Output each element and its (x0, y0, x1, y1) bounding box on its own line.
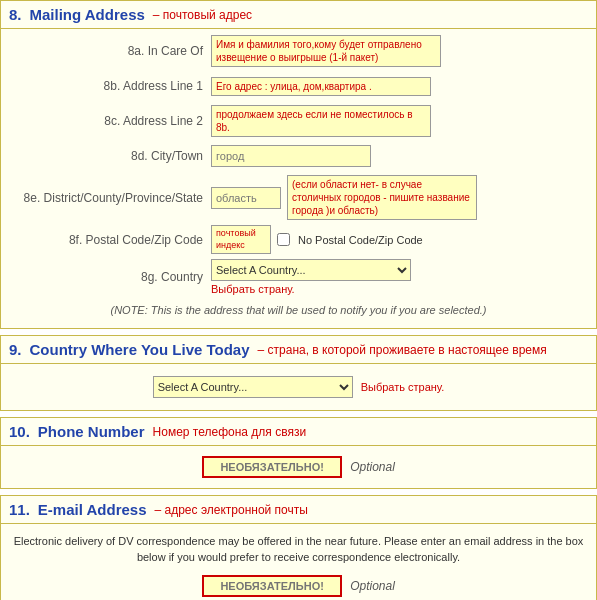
phone-optional-label: Optional (350, 460, 395, 474)
label-in-care-of: 8a. In Care Of (11, 44, 211, 58)
section-10-title: Phone Number (38, 423, 145, 440)
section-9-country-row: Select A Country... Выбрать страну. (11, 372, 586, 402)
section-9-subtitle: – страна, в которой проживаете в настоящ… (258, 343, 547, 357)
hint-address-line1: Его адрес : улица, дом,квартира . (211, 77, 431, 96)
label-address-line1: 8b. Address Line 1 (11, 79, 211, 93)
choose-country-9-label: Выбрать страну. (361, 381, 445, 393)
section-11-body: Electronic delivery of DV correspondence… (1, 524, 596, 600)
select-country[interactable]: Select A Country... (211, 259, 411, 281)
email-optional-label: Optional (350, 579, 395, 593)
content-address-line1: Его адрес : улица, дом,квартира . (211, 77, 586, 96)
row-in-care-of: 8a. In Care Of Имя и фамилия того,кому б… (11, 35, 586, 67)
section-8: 8. Mailing Address – почтовый адрес 8a. … (0, 0, 597, 329)
section-9-body: Select A Country... Выбрать страну. (1, 364, 596, 410)
hint-in-care-of: Имя и фамилия того,кому будет отправлено… (211, 35, 441, 67)
label-country: 8g. Country (11, 270, 211, 284)
section-10-input-row: Optional (11, 452, 586, 482)
row-country: 8g. Country Select A Country... Выбрать … (11, 259, 586, 295)
section-10-header: 10. Phone Number Номер телефона для связ… (1, 418, 596, 446)
content-postal-code: почтовый индекс No Postal Code/Zip Code (211, 225, 586, 254)
content-city-town (211, 145, 586, 167)
section-11-title: E-mail Address (38, 501, 147, 518)
choose-country-label: Выбрать страну. (211, 283, 411, 295)
row-postal-code: 8f. Postal Code/Zip Code почтовый индекс… (11, 225, 586, 254)
section-8-note: (NOTE: This is the address that will be … (11, 300, 586, 322)
section-10-body: Optional (1, 446, 596, 488)
section-9-header: 9. Country Where You Live Today – страна… (1, 336, 596, 364)
section-11-header: 11. E-mail Address – адрес электронной п… (1, 496, 596, 524)
content-district: (если области нет- в случае столичных го… (211, 175, 586, 220)
section-11-input-row: Optional (11, 571, 586, 600)
content-in-care-of: Имя и фамилия того,кому будет отправлено… (211, 35, 586, 67)
row-district: 8e. District/County/Province/State (если… (11, 175, 586, 220)
section-9-title: Country Where You Live Today (30, 341, 250, 358)
label-district: 8e. District/County/Province/State (11, 191, 211, 205)
hint-postal: почтовый индекс (211, 225, 271, 254)
email-input[interactable] (202, 575, 342, 597)
section-8-number: 8. (9, 6, 22, 23)
section-10-number: 10. (9, 423, 30, 440)
section-8-subtitle: – почтовый адрес (153, 8, 252, 22)
input-district[interactable] (211, 187, 281, 209)
section-11-number: 11. (9, 501, 30, 518)
section-10-subtitle: Номер телефона для связи (153, 425, 307, 439)
email-note: Electronic delivery of DV correspondence… (11, 530, 586, 571)
content-address-line2: продолжаем здесь если не поместилось в 8… (211, 105, 586, 137)
section-8-body: 8a. In Care Of Имя и фамилия того,кому б… (1, 29, 596, 328)
section-8-header: 8. Mailing Address – почтовый адрес (1, 1, 596, 29)
section-11: 11. E-mail Address – адрес электронной п… (0, 495, 597, 600)
row-address-line1: 8b. Address Line 1 Его адрес : улица, до… (11, 72, 586, 100)
row-address-line2: 8c. Address Line 2 продолжаем здесь если… (11, 105, 586, 137)
phone-input[interactable] (202, 456, 342, 478)
content-country: Select A Country... Выбрать страну. (211, 259, 586, 295)
label-city-town: 8d. City/Town (11, 149, 211, 163)
label-postal-code: 8f. Postal Code/Zip Code (11, 233, 211, 247)
hint-address-line2: продолжаем здесь если не поместилось в 8… (211, 105, 431, 137)
section-9: 9. Country Where You Live Today – страна… (0, 335, 597, 411)
select-country-9[interactable]: Select A Country... (153, 376, 353, 398)
section-10: 10. Phone Number Номер телефона для связ… (0, 417, 597, 489)
hint-district: (если области нет- в случае столичных го… (287, 175, 477, 220)
row-city-town: 8d. City/Town (11, 142, 586, 170)
input-city-town[interactable] (211, 145, 371, 167)
section-8-title: Mailing Address (30, 6, 145, 23)
label-address-line2: 8c. Address Line 2 (11, 114, 211, 128)
no-postal-label: No Postal Code/Zip Code (298, 234, 423, 246)
section-9-number: 9. (9, 341, 22, 358)
section-11-subtitle: – адрес электронной почты (155, 503, 308, 517)
no-postal-checkbox[interactable] (277, 233, 290, 246)
